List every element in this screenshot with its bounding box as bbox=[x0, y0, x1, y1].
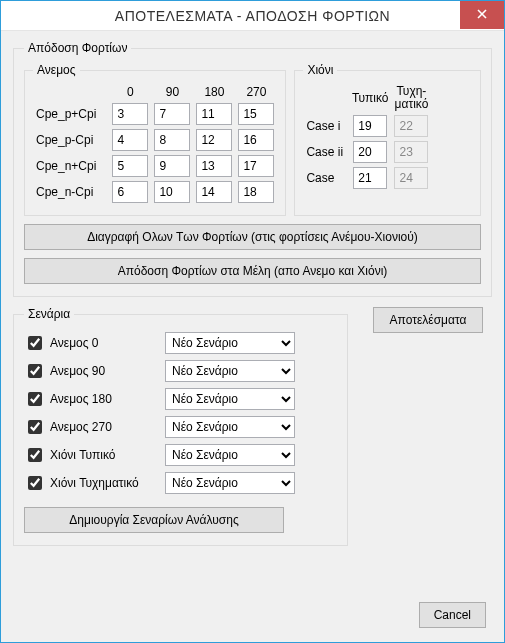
scenarios-legend: Σενάρια bbox=[24, 307, 74, 321]
wind-input[interactable] bbox=[154, 129, 190, 151]
delete-all-loads-button[interactable]: Διαγραφή Ολων Των Φορτίων (στις φορτίσει… bbox=[24, 224, 481, 250]
scenario-row: Ανεμος 90Νέο Σενάριο bbox=[24, 357, 337, 385]
wind-input[interactable] bbox=[112, 181, 148, 203]
app-window: ΑΠΟΤΕΛΕΣΜΑΤΑ - ΑΠΟΔΟΣΗ ΦΟΡΤΙΩΝ Απόδοση Φ… bbox=[0, 0, 505, 643]
wind-input[interactable] bbox=[154, 103, 190, 125]
snow-accidental-input bbox=[394, 115, 428, 137]
wind-col-0: 0 bbox=[109, 83, 151, 101]
wind-group: Ανεμος 0 90 180 270 Cpe_p+Cpi bbox=[24, 63, 286, 216]
wind-input[interactable] bbox=[196, 155, 232, 177]
snow-accidental-input bbox=[394, 167, 428, 189]
wind-row: Cpe_p-Cpi bbox=[33, 127, 277, 153]
wind-row: Cpe_p+Cpi bbox=[33, 101, 277, 127]
snow-row: Case ii bbox=[303, 139, 431, 165]
snow-typical-input[interactable] bbox=[353, 167, 387, 189]
wind-col-270: 270 bbox=[235, 83, 277, 101]
close-button[interactable] bbox=[460, 1, 504, 29]
wind-row-label: Cpe_p-Cpi bbox=[33, 127, 109, 153]
wind-input[interactable] bbox=[238, 129, 274, 151]
snow-accidental-input bbox=[394, 141, 428, 163]
snow-row: Case i bbox=[303, 113, 431, 139]
snow-row-label: Case ii bbox=[303, 139, 349, 165]
wind-input[interactable] bbox=[196, 181, 232, 203]
scenario-select[interactable]: Νέο Σενάριο bbox=[165, 388, 295, 410]
wind-row-label: Cpe_n-Cpi bbox=[33, 179, 109, 205]
wind-col-90: 90 bbox=[151, 83, 193, 101]
wind-input[interactable] bbox=[112, 129, 148, 151]
scenario-row: Ανεμος 180Νέο Σενάριο bbox=[24, 385, 337, 413]
wind-col-180: 180 bbox=[193, 83, 235, 101]
wind-row-label: Cpe_n+Cpi bbox=[33, 153, 109, 179]
create-scenarios-button[interactable]: Δημιουργία Σεναρίων Ανάλυσης bbox=[24, 507, 284, 533]
loads-legend: Απόδοση Φορτίων bbox=[24, 41, 131, 55]
snow-col-accidental: Τυχη- ματικό bbox=[391, 83, 431, 113]
wind-input[interactable] bbox=[196, 129, 232, 151]
scenario-checkbox[interactable] bbox=[28, 336, 42, 350]
scenario-checkbox[interactable] bbox=[28, 392, 42, 406]
snow-table: Τυπικό Τυχη- ματικό Case i C bbox=[303, 83, 431, 191]
wind-input[interactable] bbox=[154, 181, 190, 203]
scenario-row: Χιόνι ΤυπικόΝέο Σενάριο bbox=[24, 441, 337, 469]
scenario-select[interactable]: Νέο Σενάριο bbox=[165, 472, 295, 494]
snow-typical-input[interactable] bbox=[353, 141, 387, 163]
scenario-select[interactable]: Νέο Σενάριο bbox=[165, 416, 295, 438]
titlebar: ΑΠΟΤΕΛΕΣΜΑΤΑ - ΑΠΟΔΟΣΗ ΦΟΡΤΙΩΝ bbox=[1, 1, 504, 31]
cancel-button[interactable]: Cancel bbox=[419, 602, 486, 628]
results-button[interactable]: Αποτελέσματα bbox=[373, 307, 483, 333]
window-title: ΑΠΟΤΕΛΕΣΜΑΤΑ - ΑΠΟΔΟΣΗ ΦΟΡΤΙΩΝ bbox=[1, 8, 504, 24]
snow-col-typical: Τυπικό bbox=[349, 83, 391, 113]
client-area: Απόδοση Φορτίων Ανεμος 0 90 180 270 bbox=[1, 31, 504, 642]
wind-input[interactable] bbox=[154, 155, 190, 177]
wind-row-label: Cpe_p+Cpi bbox=[33, 101, 109, 127]
wind-input[interactable] bbox=[238, 181, 274, 203]
scenario-label: Ανεμος 180 bbox=[50, 392, 165, 406]
scenario-row: Ανεμος 270Νέο Σενάριο bbox=[24, 413, 337, 441]
scenarios-group: Σενάρια Ανεμος 0Νέο ΣενάριοΑνεμος 90Νέο … bbox=[13, 307, 348, 546]
snow-row-label: Case i bbox=[303, 113, 349, 139]
scenario-checkbox[interactable] bbox=[28, 420, 42, 434]
wind-legend: Ανεμος bbox=[33, 63, 80, 77]
wind-input[interactable] bbox=[196, 103, 232, 125]
scenario-label: Ανεμος 90 bbox=[50, 364, 165, 378]
wind-input[interactable] bbox=[112, 155, 148, 177]
snow-legend: Χιόνι bbox=[303, 63, 337, 77]
snow-group: Χιόνι Τυπικό Τυχη- ματικό Case i bbox=[294, 63, 481, 216]
close-icon bbox=[477, 8, 487, 22]
wind-input[interactable] bbox=[112, 103, 148, 125]
snow-row-label: Case bbox=[303, 165, 349, 191]
scenario-label: Ανεμος 270 bbox=[50, 420, 165, 434]
wind-table: 0 90 180 270 Cpe_p+Cpi bbox=[33, 83, 277, 205]
scenario-checkbox[interactable] bbox=[28, 476, 42, 490]
scenario-label: Χιόνι Τυπικό bbox=[50, 448, 165, 462]
scenario-select[interactable]: Νέο Σενάριο bbox=[165, 444, 295, 466]
scenario-label: Ανεμος 0 bbox=[50, 336, 165, 350]
snow-row: Case bbox=[303, 165, 431, 191]
scenario-select[interactable]: Νέο Σενάριο bbox=[165, 332, 295, 354]
wind-row: Cpe_n+Cpi bbox=[33, 153, 277, 179]
apply-loads-members-button[interactable]: Απόδοση Φορτίων στα Μέλη (απο Ανεμο και … bbox=[24, 258, 481, 284]
scenario-select[interactable]: Νέο Σενάριο bbox=[165, 360, 295, 382]
scenario-checkbox[interactable] bbox=[28, 448, 42, 462]
scenario-row: Ανεμος 0Νέο Σενάριο bbox=[24, 329, 337, 357]
wind-row: Cpe_n-Cpi bbox=[33, 179, 277, 205]
scenario-checkbox[interactable] bbox=[28, 364, 42, 378]
scenario-row: Χιόνι ΤυχηματικόΝέο Σενάριο bbox=[24, 469, 337, 497]
wind-input[interactable] bbox=[238, 103, 274, 125]
scenario-label: Χιόνι Τυχηματικό bbox=[50, 476, 165, 490]
snow-typical-input[interactable] bbox=[353, 115, 387, 137]
loads-group: Απόδοση Φορτίων Ανεμος 0 90 180 270 bbox=[13, 41, 492, 297]
wind-input[interactable] bbox=[238, 155, 274, 177]
